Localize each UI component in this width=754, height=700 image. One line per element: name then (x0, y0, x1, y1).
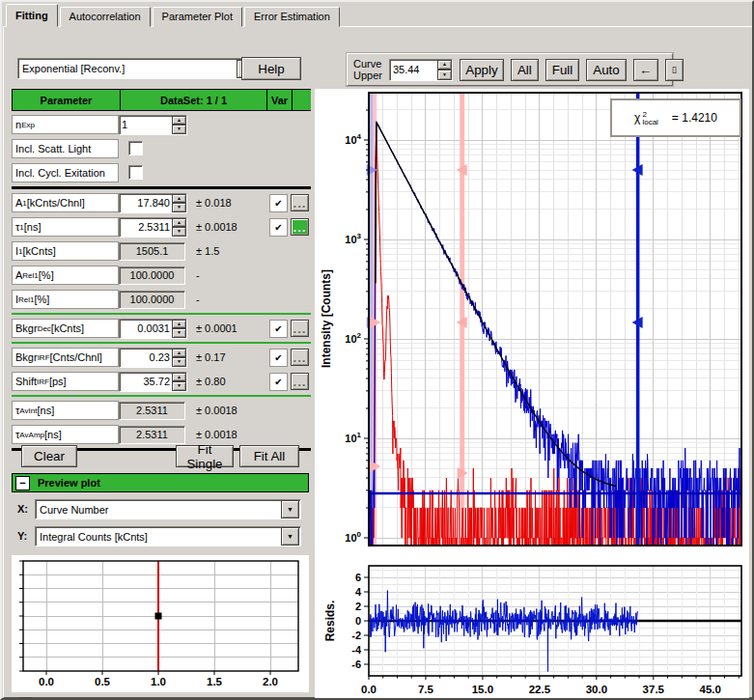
param-row-i1: I1[kCnts] 1505.1 ± 1.5 (12, 240, 311, 262)
spin-up-icon[interactable]: ▲ (437, 60, 452, 70)
svg-text:0.0: 0.0 (39, 676, 54, 687)
tab-fitting[interactable]: Fitting (6, 4, 58, 27)
cursor-tool-button[interactable]: ▯ (665, 59, 684, 81)
curve-upper-input[interactable]: ▲ ▼ (389, 59, 453, 81)
shift-irf-spinner[interactable]: ▲▼ (172, 373, 186, 391)
param-row-bkgr-irf: BkgrIRF[Cnts/Chnl] ▲▼ ± 0.17 ✔ ... (12, 347, 311, 368)
svg-text:104: 104 (345, 132, 361, 146)
incl-cycl-exitation-checkbox[interactable] (128, 165, 143, 180)
full-button[interactable]: Full (545, 59, 579, 81)
svg-text:22.5: 22.5 (529, 684, 551, 695)
a1-input[interactable]: ▲▼ (119, 193, 187, 213)
shift-irf-input[interactable]: ▲▼ (119, 372, 187, 392)
bkgr-irf-more-button[interactable]: ... (291, 349, 309, 366)
svg-text:6: 6 (355, 572, 361, 583)
chevron-down-icon[interactable]: ▼ (281, 500, 299, 518)
svg-text:15.0: 15.0 (472, 684, 493, 695)
svg-text:0: 0 (355, 615, 361, 627)
shift-irf-more-button[interactable]: ... (291, 373, 309, 390)
tau1-spinner[interactable]: ▲▼ (172, 218, 186, 237)
bkgr-dec-more-button[interactable]: ... (291, 320, 309, 337)
spin-down-icon: ▼ (172, 357, 186, 367)
spin-down-icon: ▼ (172, 125, 186, 134)
svg-text:-4: -4 (351, 644, 362, 656)
clear-button[interactable]: Clear (21, 445, 77, 467)
bkgr-irf-spinner[interactable]: ▲▼ (172, 349, 186, 367)
spin-down-icon: ▼ (172, 203, 186, 212)
bkgr-dec-var-checkbox[interactable]: ✔ (269, 320, 288, 338)
tau1-error: ± 0.0018 (189, 221, 267, 233)
header-parameter: Parameter (13, 90, 120, 110)
bkgr-dec-error: ± 0.0001 (189, 322, 267, 334)
fit-single-button[interactable]: Fit Single (176, 445, 234, 467)
shift-irf-error: ± 0.80 (189, 376, 267, 387)
tab-error-estimation[interactable]: Error Estimation (244, 7, 340, 27)
a1-spinner[interactable]: ▲▼ (172, 194, 186, 212)
preview-y-select[interactable]: Integral Counts [kCnts] ▼ (35, 526, 301, 546)
section-divider-green (12, 313, 311, 315)
a1-more-button[interactable]: ... (291, 194, 309, 211)
svg-text:1.5: 1.5 (207, 676, 223, 687)
arel1-value: 100.0000 (119, 266, 185, 285)
header-blank (293, 90, 311, 110)
preview-plot-title: Preview plot (38, 477, 100, 489)
svg-text:1.0: 1.0 (151, 676, 166, 687)
shift-irf-var-checkbox[interactable]: ✔ (269, 373, 288, 391)
auto-button[interactable]: Auto (586, 59, 626, 81)
help-button[interactable]: Help (241, 57, 301, 80)
nexp-spinner[interactable]: ▲▼ (172, 116, 186, 134)
back-arrow-button[interactable]: ← (633, 59, 658, 81)
arel1-error: - (189, 269, 267, 281)
param-row-tau-avint: τAvInt[ns] 2.5311 ± 0.0018 (12, 400, 311, 421)
spin-down-icon[interactable]: ▼ (437, 70, 452, 80)
svg-text:103: 103 (345, 232, 361, 245)
param-row-bkgr-dec: BkgrDec[kCnts] ▲▼ ± 0.0001 ✔ ... (12, 318, 311, 339)
svg-text:102: 102 (345, 331, 361, 345)
bkgr-dec-value[interactable] (120, 320, 172, 338)
tab-parameter-plot[interactable]: Parameter Plot (153, 7, 242, 27)
bkgr-irf-input[interactable]: ▲▼ (119, 348, 187, 368)
bkgr-irf-value[interactable] (120, 349, 172, 367)
svg-text:2: 2 (355, 601, 361, 612)
bkgr-dec-spinner[interactable]: ▲▼ (172, 320, 186, 338)
i1-error: ± 1.5 (189, 245, 267, 257)
chevron-down-icon[interactable]: ▼ (281, 527, 299, 546)
curve-upper-spinner[interactable]: ▲ ▼ (437, 60, 452, 80)
nexp-input[interactable]: ▲▼ (119, 115, 187, 135)
section-divider (12, 186, 311, 189)
bkgr-irf-var-checkbox[interactable]: ✔ (269, 349, 288, 367)
preview-data-point[interactable] (155, 613, 162, 620)
bkgr-irf-error: ± 0.17 (189, 351, 267, 363)
tab-autocorrelation[interactable]: Autocorrelation (60, 7, 151, 27)
residuals-y-axis-label: Resids. (323, 601, 337, 642)
a1-var-checkbox[interactable]: ✔ (269, 194, 288, 212)
apply-button[interactable]: Apply (460, 59, 504, 81)
all-button[interactable]: All (511, 59, 539, 81)
svg-text:101: 101 (345, 431, 361, 444)
x-axis-select-label: X: (17, 503, 35, 515)
dataset-slider: 1 / 1 (12, 695, 309, 700)
tau1-var-checkbox[interactable]: ✔ (269, 218, 288, 237)
tau-avint-error: ± 0.0018 (189, 405, 267, 416)
model-select[interactable]: Exponential [Reconv.] ▼ (17, 58, 257, 79)
a1-value[interactable] (120, 194, 172, 212)
nexp-value[interactable] (120, 116, 172, 134)
header-var: Var (267, 90, 292, 110)
fitting-page: Exponential [Reconv.] ▼ Help Curve Upper… (3, 26, 753, 698)
preview-x-select[interactable]: Curve Number ▼ (35, 499, 301, 519)
shift-irf-value[interactable] (120, 373, 172, 391)
curve-upper-value[interactable] (390, 60, 437, 80)
parameter-table-header: Parameter DataSet: 1 / 1 Var (12, 89, 311, 111)
parameter-table: Parameter DataSet: 1 / 1 Var nExp ▲▼ Inc… (12, 89, 311, 451)
fit-all-button[interactable]: Fit All (239, 445, 299, 467)
bkgr-dec-input[interactable]: ▲▼ (119, 319, 187, 339)
tau1-value[interactable] (120, 218, 172, 237)
main-y-axis: 104103102101100 (345, 110, 369, 544)
collapse-icon[interactable]: − (15, 476, 30, 490)
check-icon: ✔ (274, 198, 282, 209)
tau1-more-button[interactable]: ... (291, 218, 309, 236)
irel1-value: 100.0000 (119, 291, 185, 309)
incl-scatt-light-checkbox[interactable] (128, 141, 143, 155)
tau1-input[interactable]: ▲▼ (119, 217, 187, 238)
svg-text:30.0: 30.0 (586, 684, 607, 695)
